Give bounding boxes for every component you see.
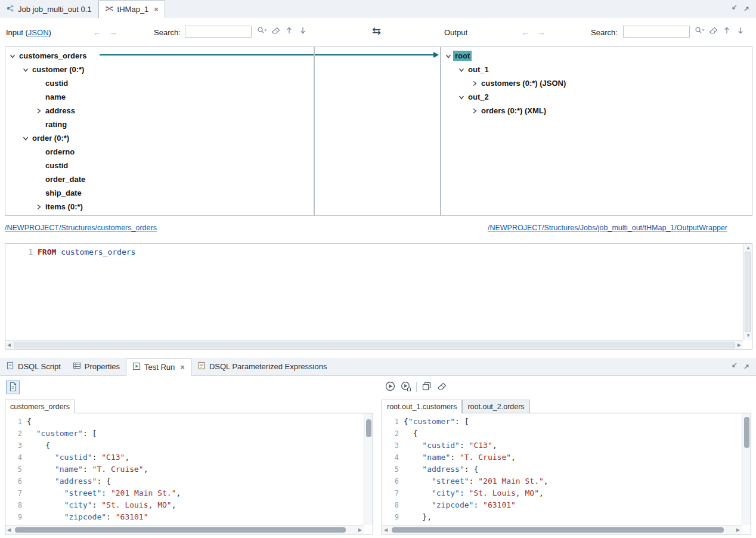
horizontal-scrollbar[interactable]: ◀ ▶ bbox=[5, 525, 364, 534]
scrollbar-thumb[interactable] bbox=[392, 527, 724, 533]
tab-customers-orders[interactable]: customers_orders bbox=[5, 400, 75, 413]
maximize-icon[interactable] bbox=[743, 4, 751, 14]
code-text[interactable]: "zipcode": "63101" bbox=[27, 511, 148, 523]
input-back-icon[interactable]: ← bbox=[93, 27, 102, 36]
dsql-editor[interactable]: 1FROM customers_orders ▲ ▼ ◀ ▶ bbox=[5, 243, 752, 350]
chevron-down-icon[interactable] bbox=[457, 67, 466, 73]
vertical-scrollbar[interactable] bbox=[742, 413, 751, 525]
code-text[interactable]: "custid": "C13", bbox=[404, 440, 497, 452]
run-icon[interactable] bbox=[385, 381, 395, 393]
scroll-right-icon[interactable]: ▶ bbox=[738, 343, 741, 348]
tab-dsql-script[interactable]: DSQL Script bbox=[0, 358, 67, 375]
scroll-down-icon[interactable]: ▼ bbox=[746, 333, 751, 338]
close-icon[interactable]: × bbox=[154, 5, 159, 13]
duplicate-view-icon[interactable] bbox=[422, 382, 432, 393]
input-tree-node[interactable]: custid bbox=[5, 159, 314, 172]
chevron-right-icon[interactable] bbox=[34, 204, 44, 210]
close-icon[interactable]: × bbox=[180, 363, 185, 371]
code-text[interactable]: "name": "T. Cruise", bbox=[27, 463, 148, 475]
code-text[interactable]: { bbox=[27, 440, 50, 452]
code-text[interactable]: "address": { bbox=[27, 475, 111, 487]
swap-input-output-icon[interactable]: ⇆ bbox=[372, 26, 381, 36]
tab-properties[interactable]: Properties bbox=[67, 358, 126, 375]
minimize-icon[interactable] bbox=[730, 362, 738, 372]
input-format-link[interactable]: JSON bbox=[28, 28, 49, 37]
editor-horizontal-scrollbar[interactable]: ◀ ▶ bbox=[5, 340, 743, 349]
chevron-right-icon[interactable] bbox=[34, 108, 44, 114]
run-selected-icon[interactable] bbox=[401, 381, 411, 393]
input-structure-link[interactable]: /NEWPROJECT/Structures/customers_orders bbox=[5, 224, 157, 232]
test-output-document[interactable]: 1{"customer": [2 {3 "custid": "C13",4 "n… bbox=[382, 413, 751, 534]
code-text[interactable]: { bbox=[404, 428, 417, 440]
input-tree-node[interactable]: address bbox=[5, 104, 314, 118]
test-input-document[interactable]: 1{2 "customer": [3 {4 "custid": "C13",5 … bbox=[5, 413, 373, 534]
next-match-icon[interactable] bbox=[299, 26, 306, 35]
scroll-left-icon[interactable]: ◀ bbox=[384, 528, 388, 533]
vertical-scrollbar[interactable] bbox=[364, 413, 373, 525]
code-text[interactable]: "city": "St. Louis, MO", bbox=[404, 487, 544, 499]
chevron-right-icon[interactable] bbox=[470, 108, 479, 114]
chevron-down-icon[interactable] bbox=[444, 53, 453, 59]
chevron-down-icon[interactable] bbox=[457, 94, 466, 100]
input-tree-node[interactable]: order_date bbox=[5, 172, 314, 186]
select-input-document-button[interactable] bbox=[6, 381, 20, 394]
previous-match-icon[interactable] bbox=[723, 26, 730, 35]
input-tree-node[interactable]: custid bbox=[5, 76, 314, 90]
input-tree-node[interactable]: items (0:*) bbox=[5, 200, 314, 214]
minimize-icon[interactable] bbox=[730, 4, 738, 14]
output-structure-link[interactable]: /NEWPROJECT/Structures/Jobs/job_multi_ou… bbox=[488, 224, 727, 232]
output-tree-node[interactable]: out_1 bbox=[441, 63, 752, 76]
output-search-input[interactable] bbox=[623, 26, 690, 38]
code-text[interactable]: FROM customers_orders bbox=[38, 247, 135, 258]
output-back-icon[interactable]: ← bbox=[521, 27, 530, 36]
chevron-down-icon[interactable] bbox=[8, 53, 17, 59]
tab-job[interactable]: Job job_multi_out 0.1 bbox=[0, 0, 98, 18]
code-text[interactable]: "name": "T. Cruise", bbox=[404, 452, 516, 463]
code-text[interactable]: "address": { bbox=[404, 463, 478, 475]
scroll-left-icon[interactable]: ◀ bbox=[7, 343, 11, 348]
editor-vertical-scrollbar[interactable]: ▲ ▼ bbox=[743, 244, 752, 340]
code-text[interactable]: "street": "201 Main St.", bbox=[27, 487, 181, 499]
search-icon[interactable] bbox=[257, 26, 267, 35]
code-text[interactable]: }, bbox=[404, 511, 432, 523]
code-text[interactable]: "custid": "C13", bbox=[27, 452, 129, 463]
code-text[interactable]: { bbox=[27, 416, 32, 428]
search-icon[interactable] bbox=[695, 26, 705, 35]
scroll-up-icon[interactable]: ▲ bbox=[746, 246, 751, 251]
input-tree-node[interactable]: customer (0:*) bbox=[5, 63, 314, 76]
next-match-icon[interactable] bbox=[737, 26, 744, 35]
code-text[interactable]: "city": "St. Louis, MO", bbox=[27, 499, 176, 511]
code-text[interactable]: {"customer": [ bbox=[404, 416, 469, 428]
clear-results-icon[interactable] bbox=[437, 382, 447, 392]
input-search-input[interactable] bbox=[185, 26, 252, 38]
tab-dsql-parameterized-expressions[interactable]: DSQL Parameterized Expressions bbox=[191, 358, 333, 375]
test-output-code-area[interactable]: 1{"customer": [2 {3 "custid": "C13",4 "n… bbox=[382, 413, 742, 525]
dsql-code-area[interactable]: 1FROM customers_orders bbox=[5, 244, 743, 340]
input-tree-node[interactable]: rating bbox=[5, 118, 314, 131]
code-text[interactable]: "zipcode": "63101" bbox=[404, 499, 516, 511]
scroll-left-icon[interactable]: ◀ bbox=[7, 528, 11, 533]
test-input-code-area[interactable]: 1{2 "customer": [3 {4 "custid": "C13",5 … bbox=[5, 413, 364, 525]
input-forward-icon[interactable]: → bbox=[109, 27, 117, 36]
input-tree-node[interactable]: customers_orders bbox=[5, 49, 314, 63]
chevron-right-icon[interactable] bbox=[470, 81, 479, 86]
scrollbar-thumb[interactable] bbox=[14, 342, 735, 348]
input-tree-node[interactable]: orderno bbox=[5, 145, 314, 159]
scroll-right-icon[interactable]: ▶ bbox=[736, 528, 740, 533]
output-tree-node[interactable]: customers (0:*) (JSON) bbox=[441, 76, 752, 90]
tab-thmap[interactable]: tHMap_1 × bbox=[98, 0, 165, 18]
chevron-down-icon[interactable] bbox=[21, 135, 30, 141]
tab-root-out1-customers[interactable]: root.out_1.customers bbox=[382, 400, 462, 413]
clear-search-icon[interactable] bbox=[271, 27, 280, 35]
output-tree-node[interactable]: out_2 bbox=[441, 90, 752, 104]
scrollbar-thumb[interactable] bbox=[15, 527, 346, 533]
tab-test-run[interactable]: Test Run × bbox=[126, 358, 191, 376]
code-text[interactable]: "street": "201 Main St.", bbox=[404, 475, 549, 487]
scrollbar-thumb[interactable] bbox=[366, 419, 371, 437]
tab-root-out2-orders[interactable]: root.out_2.orders bbox=[462, 400, 529, 413]
maximize-icon[interactable] bbox=[743, 362, 751, 372]
input-tree-node[interactable]: order (0:*) bbox=[5, 131, 314, 145]
mapping-canvas[interactable] bbox=[314, 47, 441, 216]
output-forward-icon[interactable]: → bbox=[537, 27, 546, 36]
output-tree-node[interactable]: root bbox=[441, 49, 752, 63]
